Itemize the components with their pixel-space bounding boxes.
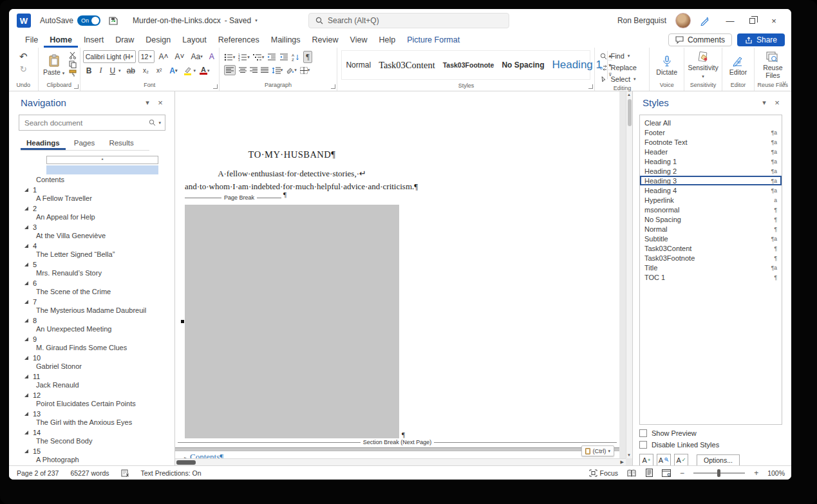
word-app-icon[interactable]: W xyxy=(17,14,31,28)
page-indicator[interactable]: Page 2 of 237 xyxy=(17,469,59,477)
nav-heading-title[interactable]: Mrs. Renauld’s Story xyxy=(9,268,174,279)
align-left-button[interactable] xyxy=(224,65,236,75)
style-item-clear-all[interactable]: Clear All xyxy=(640,118,782,127)
paragraph-dialog-launcher-icon[interactable] xyxy=(331,84,335,89)
editor-button[interactable]: Editor xyxy=(725,50,751,81)
collapse-triangle-icon[interactable] xyxy=(24,449,28,453)
nav-heading-number[interactable]: 11 xyxy=(9,372,174,380)
manage-styles-button[interactable]: A✓ xyxy=(674,454,688,465)
tab-file[interactable]: File xyxy=(19,33,44,48)
close-button[interactable]: × xyxy=(763,12,785,30)
read-mode-icon[interactable] xyxy=(627,469,637,477)
grow-font-button[interactable]: A˄ xyxy=(157,51,171,62)
share-button[interactable]: Share xyxy=(737,33,785,46)
dictate-button[interactable]: Dictate xyxy=(652,50,681,81)
collapse-triangle-icon[interactable] xyxy=(24,393,28,397)
style-item-footnote-text[interactable]: Footnote Text¶a xyxy=(640,137,782,147)
vertical-scroll-thumb[interactable] xyxy=(628,99,632,126)
collapse-triangle-icon[interactable] xyxy=(24,375,28,378)
web-layout-icon[interactable] xyxy=(662,469,671,477)
cut-icon[interactable] xyxy=(69,51,77,59)
bold-button[interactable]: B xyxy=(84,66,94,76)
styles-dialog-launcher-icon[interactable] xyxy=(588,84,593,89)
align-right-button[interactable] xyxy=(250,67,258,73)
document-page[interactable]: TO·MY·HUSBAND¶ A·fellow·enthusiast·for·d… xyxy=(175,91,619,447)
copy-icon[interactable] xyxy=(69,61,77,68)
font-name-select[interactable]: Calibri Light (Heading▾ xyxy=(83,50,136,63)
select-button[interactable]: Select▾ xyxy=(600,74,646,84)
style-chip-normal[interactable]: Normal xyxy=(342,51,375,79)
show-preview-checkbox[interactable]: Show Preview xyxy=(639,427,787,439)
line-spacing-button[interactable]: ▾ xyxy=(272,67,283,74)
zoom-level[interactable]: 100% xyxy=(767,469,785,477)
comments-button[interactable]: Comments xyxy=(668,33,732,46)
tab-mailings[interactable]: Mailings xyxy=(265,33,306,48)
style-item-subtitle[interactable]: Subtitle¶a xyxy=(640,234,782,243)
subscript-button[interactable]: x₂ xyxy=(141,66,151,75)
image-selection-handle[interactable] xyxy=(181,320,184,323)
collapse-triangle-icon[interactable] xyxy=(24,412,28,416)
nav-heading-title[interactable]: Gabriel Stonor xyxy=(9,362,174,372)
style-chip-nospacing[interactable]: No Spacing xyxy=(498,51,548,79)
align-center-button[interactable] xyxy=(239,67,247,73)
multilevel-list-button[interactable]: ▾ xyxy=(253,53,265,61)
paste-options-button[interactable]: (Ctrl) ▾ xyxy=(581,445,614,456)
nav-heading-asterisk[interactable]: * xyxy=(46,156,158,164)
nav-heading-title[interactable]: The Letter Signed “Bella” xyxy=(9,250,174,260)
style-inspector-button[interactable]: A🔍︎ xyxy=(657,454,671,465)
dedication-title[interactable]: TO·MY·HUSBAND¶ xyxy=(185,149,399,160)
proofing-status-icon[interactable] xyxy=(121,469,129,477)
paste-button[interactable]: Paste ▾ xyxy=(41,50,67,81)
document-title[interactable]: Murder-on-the-Links.docx - Saved ▾ xyxy=(133,16,258,25)
style-item-no-spacing[interactable]: No Spacing¶ xyxy=(640,214,782,224)
replace-button[interactable]: b Replace xyxy=(600,62,646,73)
style-item-task03footnote[interactable]: Task03Footnote¶ xyxy=(640,253,782,263)
zoom-slider[interactable] xyxy=(693,472,745,474)
zoom-slider-thumb[interactable] xyxy=(717,469,720,477)
nav-heading-number[interactable]: 10 xyxy=(9,353,174,362)
scroll-right-icon[interactable]: ▶ xyxy=(621,460,624,465)
style-item-normal[interactable]: Normal¶ xyxy=(640,224,782,234)
style-item-heading-4[interactable]: Heading 4¶a xyxy=(640,185,782,195)
nav-heading-number[interactable]: 6 xyxy=(9,279,174,287)
options-button[interactable]: Options... xyxy=(697,454,740,466)
nav-heading-number[interactable]: 9 xyxy=(9,335,174,343)
text-predictions[interactable]: Text Predictions: On xyxy=(141,469,202,477)
navigation-menu-chevron-icon[interactable]: ▾ xyxy=(141,98,154,107)
collapse-triangle-icon[interactable] xyxy=(24,225,28,229)
font-color-button[interactable]: A▾ xyxy=(200,66,210,75)
nav-heading-number[interactable]: 15 xyxy=(9,447,174,455)
nav-heading-title[interactable]: The Scene of the Crime xyxy=(9,287,174,297)
style-item-heading-2[interactable]: Heading 2¶a xyxy=(640,166,782,176)
nav-tab-pages[interactable]: Pages xyxy=(68,137,101,150)
tab-insert[interactable]: Insert xyxy=(78,33,109,48)
find-button[interactable]: Find▾ xyxy=(600,51,646,61)
search-box[interactable]: Search (Alt+Q) xyxy=(308,13,509,28)
tab-picture-format[interactable]: Picture Format xyxy=(401,33,465,48)
style-item-title[interactable]: Title¶a xyxy=(640,263,782,272)
font-size-select[interactable]: 12▾ xyxy=(138,50,155,63)
justify-button[interactable] xyxy=(261,67,268,73)
document-canvas[interactable]: TO·MY·HUSBAND¶ A·fellow·enthusiast·for·d… xyxy=(175,91,632,465)
style-item-task03content[interactable]: Task03Content¶ xyxy=(640,243,782,253)
style-item-msonormal[interactable]: msonormal¶ xyxy=(640,205,782,214)
italic-button[interactable]: I xyxy=(97,65,104,76)
nav-heading-selected[interactable] xyxy=(46,165,158,174)
style-item-footer[interactable]: Footer¶a xyxy=(640,127,782,137)
tab-review[interactable]: Review xyxy=(306,33,344,48)
highlight-button[interactable]: ▾ xyxy=(183,66,196,75)
font-dialog-launcher-icon[interactable] xyxy=(213,84,218,89)
tab-references[interactable]: References xyxy=(212,33,265,48)
sort-button[interactable]: AZ xyxy=(292,53,300,61)
nav-heading-number[interactable]: 5 xyxy=(9,260,174,268)
numbering-button[interactable]: 123▾ xyxy=(238,53,250,61)
borders-button[interactable]: ▾ xyxy=(300,67,310,74)
collapse-triangle-icon[interactable] xyxy=(24,337,28,341)
nav-heading-title[interactable]: M. Giraud Finds Some Clues xyxy=(9,343,174,353)
nav-heading-title[interactable]: An Appeal for Help xyxy=(9,212,174,223)
format-painter-icon[interactable] xyxy=(69,70,77,77)
strikethrough-button[interactable]: ab xyxy=(125,66,137,76)
autosave-toggle[interactable]: On xyxy=(77,15,100,26)
tab-view[interactable]: View xyxy=(344,33,373,48)
dedication-text[interactable]: A·fellow·enthusiast·for·detective·storie… xyxy=(185,167,399,192)
